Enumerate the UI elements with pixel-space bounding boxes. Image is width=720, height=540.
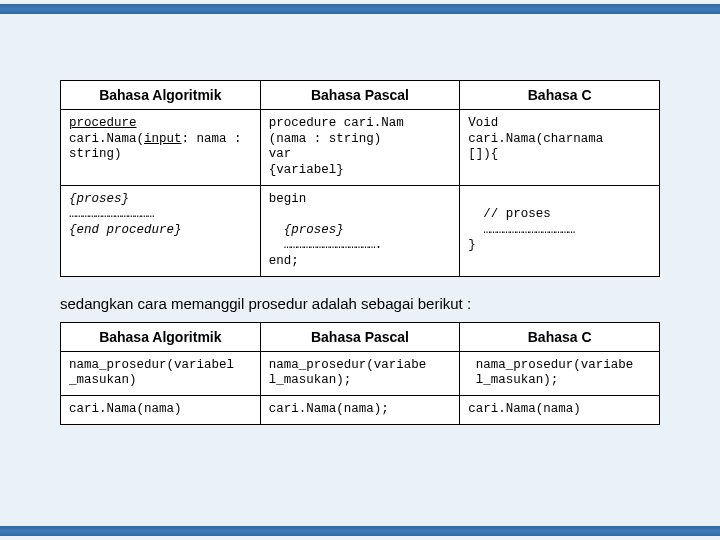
text: var [269, 147, 292, 161]
table-header-row: Bahasa Algoritmik Bahasa Pascal Bahasa C [61, 81, 660, 110]
text: l_masukan); [269, 373, 352, 387]
keyword-input: input [144, 132, 182, 146]
table-row: procedure cari.Nama(input: nama : string… [61, 110, 660, 186]
cell-c-decl: Void cari.Nama(charnama []){ [460, 110, 660, 186]
keyword-procedure: procedure [69, 116, 137, 130]
text: nama_prosedur(variabe [269, 358, 427, 372]
text: : nama : [182, 132, 242, 146]
text: // proses [483, 207, 551, 221]
cell-algo-decl: procedure cari.Nama(input: nama : string… [61, 110, 261, 186]
cell-c-call2: cari.Nama(nama) [460, 395, 660, 424]
calling-table: Bahasa Algoritmik Bahasa Pascal Bahasa C… [60, 322, 660, 425]
text: {proses} [284, 223, 344, 237]
table-row: {proses} ………………………………… {end procedure} b… [61, 185, 660, 276]
cell-pascal-call2: cari.Nama(nama); [260, 395, 460, 424]
cell-pascal-decl: procedure cari.Nam (nama : string) var {… [260, 110, 460, 186]
text: cari.Nama( [69, 132, 144, 146]
text: } [468, 238, 476, 252]
text: end; [269, 254, 299, 268]
top-border-band [0, 4, 720, 14]
cell-algo-call1: nama_prosedur(variabel _masukan) [61, 351, 261, 395]
table-header-row: Bahasa Algoritmik Bahasa Pascal Bahasa C [61, 322, 660, 351]
bottom-border-band [0, 526, 720, 536]
text: procedure cari.Nam [269, 116, 404, 130]
cell-algo-body: {proses} ………………………………… {end procedure} [61, 185, 261, 276]
inter-text: sedangkan cara memanggil prosedur adalah… [60, 295, 660, 312]
col-header-algoritmik: Bahasa Algoritmik [61, 81, 261, 110]
col-header-pascal: Bahasa Pascal [260, 322, 460, 351]
text: {proses} [69, 192, 129, 206]
text: cari.Nama(charnama [468, 132, 603, 146]
cell-pascal-body: begin {proses} ……………………………………. end; [260, 185, 460, 276]
text: []){ [468, 147, 498, 161]
text: {variabel} [269, 163, 344, 177]
table-row: nama_prosedur(variabel _masukan) nama_pr… [61, 351, 660, 395]
text: begin [269, 192, 307, 206]
col-header-c: Bahasa C [460, 81, 660, 110]
text: nama_prosedur(variabel [69, 358, 234, 372]
text: _masukan) [69, 373, 137, 387]
text: …………………………………… [483, 223, 574, 237]
cell-pascal-call1: nama_prosedur(variabe l_masukan); [260, 351, 460, 395]
text: string) [69, 147, 122, 161]
text: ……………………………………. [284, 238, 382, 252]
table-row: cari.Nama(nama) cari.Nama(nama); cari.Na… [61, 395, 660, 424]
text: l_masukan); [476, 373, 559, 387]
cell-c-body: // proses …………………………………… } [460, 185, 660, 276]
text: ………………………………… [69, 207, 154, 221]
col-header-pascal: Bahasa Pascal [260, 81, 460, 110]
text: {end procedure} [69, 223, 182, 237]
cell-c-call1: nama_prosedur(variabe l_masukan); [460, 351, 660, 395]
text: Void [468, 116, 498, 130]
content-area: Bahasa Algoritmik Bahasa Pascal Bahasa C… [30, 40, 690, 500]
definition-table: Bahasa Algoritmik Bahasa Pascal Bahasa C… [60, 80, 660, 277]
text: (nama : string) [269, 132, 382, 146]
text: nama_prosedur(variabe [476, 358, 634, 372]
col-header-c: Bahasa C [460, 322, 660, 351]
cell-algo-call2: cari.Nama(nama) [61, 395, 261, 424]
col-header-algoritmik: Bahasa Algoritmik [61, 322, 261, 351]
